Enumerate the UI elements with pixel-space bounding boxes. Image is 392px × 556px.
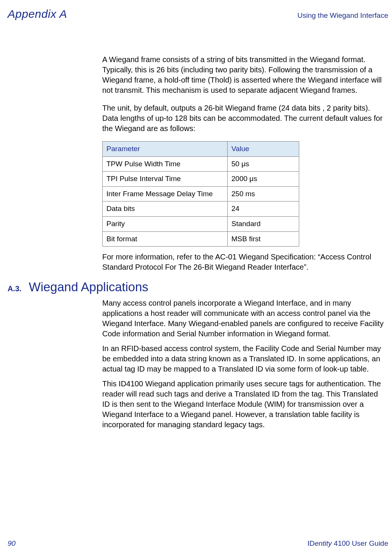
- body-content: A Wiegand frame consists of a string of …: [0, 55, 392, 272]
- table-row: TPI Pulse Interval Time 2000 μs: [103, 172, 299, 187]
- table-row: TPW Pulse Width Time 50 μs: [103, 156, 299, 172]
- section-content: Many access control panels incorporate a…: [0, 298, 392, 430]
- param-cell: Data bits: [103, 201, 228, 217]
- wiegand-defaults-table: Parameter Value TPW Pulse Width Time 50 …: [102, 141, 299, 247]
- footer-prefix: ID: [308, 539, 315, 547]
- table-row: Inter Frame Message Delay Time 250 ms: [103, 186, 299, 201]
- page-header: Appendix A Using the Wiegand Interface: [0, 8, 392, 20]
- page: Appendix A Using the Wiegand Interface A…: [0, 0, 392, 556]
- param-cell: Parity: [103, 216, 228, 231]
- after-table-paragraph: For more information, refer to the AC-01…: [102, 252, 386, 272]
- value-cell: 250 ms: [228, 186, 299, 201]
- table-row: Bit format MSB first: [103, 231, 299, 247]
- value-cell: MSB first: [228, 231, 299, 247]
- table-row: Parity Standard: [103, 216, 299, 231]
- section-paragraph-2: In an RFID-based access control system, …: [102, 344, 386, 374]
- value-cell: 2000 μs: [228, 172, 299, 187]
- footer-italic: entity: [315, 539, 332, 547]
- header-section-title: Using the Wiegand Interface: [297, 11, 388, 20]
- appendix-title: Appendix A: [8, 8, 67, 20]
- section-title: Wiegand Applications: [29, 280, 148, 294]
- table-row: Data bits 24: [103, 201, 299, 217]
- section-number: A.3.: [8, 284, 29, 293]
- value-cell: 24: [228, 201, 299, 217]
- param-cell: Inter Frame Message Delay Time: [103, 186, 228, 201]
- intro-paragraph-2: The unit, by default, outputs a 26-bit W…: [102, 103, 386, 134]
- page-footer: 90 IDentity 4100 User Guide: [0, 539, 392, 548]
- intro-paragraph-1: A Wiegand frame consists of a string of …: [102, 55, 386, 95]
- section-paragraph-1: Many access control panels incorporate a…: [102, 298, 386, 339]
- page-number: 90: [8, 539, 16, 548]
- section-paragraph-3: This ID4100 Wiegand application primaril…: [102, 379, 386, 430]
- col-header-parameter: Parameter: [103, 142, 228, 157]
- footer-guide-title: IDentity 4100 User Guide: [308, 539, 388, 548]
- param-cell: Bit format: [103, 231, 228, 247]
- param-cell: TPI Pulse Interval Time: [103, 172, 228, 187]
- param-cell: TPW Pulse Width Time: [103, 156, 228, 172]
- value-cell: Standard: [228, 216, 299, 231]
- section-heading-row: A.3. Wiegand Applications: [0, 280, 392, 294]
- footer-suffix: 4100 User Guide: [332, 539, 388, 547]
- value-cell: 50 μs: [228, 156, 299, 172]
- col-header-value: Value: [228, 142, 299, 157]
- table-header-row: Parameter Value: [103, 142, 299, 157]
